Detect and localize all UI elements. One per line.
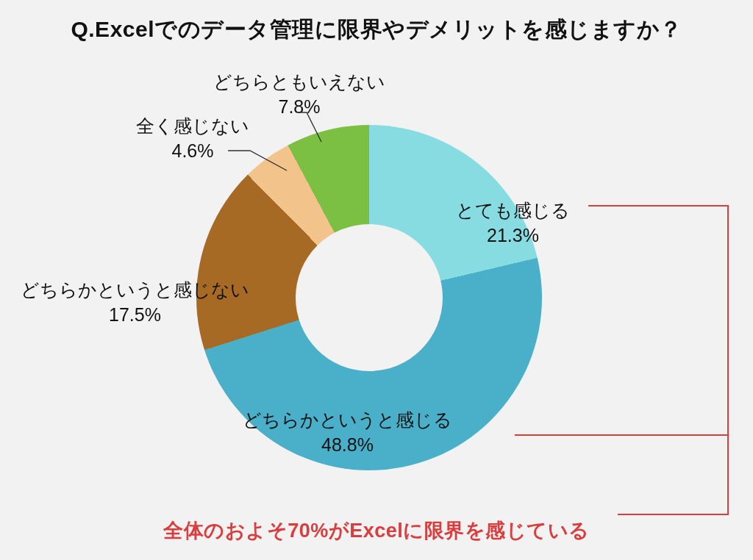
highlight-bracket xyxy=(0,0,753,560)
highlight-footnote: 全体のおよそ70%がExcelに限界を感じている xyxy=(0,517,753,544)
chart-stage: Q.Excelでのデータ管理に限界やデメリットを感じますか？ とても感じる 21… xyxy=(0,0,753,560)
